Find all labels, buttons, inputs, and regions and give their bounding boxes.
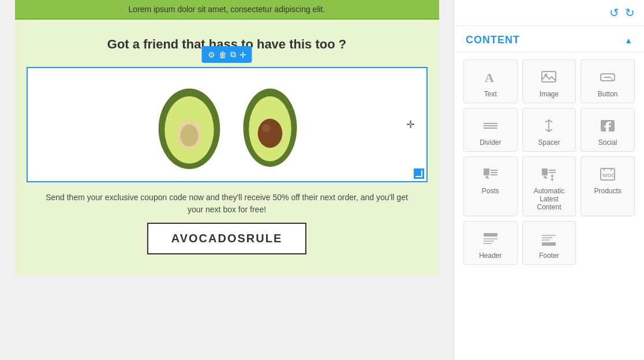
content-grid: A Text Image bbox=[454, 52, 644, 272]
social-label: Social bbox=[598, 138, 617, 147]
top-banner-text: Lorem ipsum dolor sit amet, consectetur … bbox=[129, 5, 325, 14]
content-title: CONTENT bbox=[466, 34, 520, 46]
sidebar-item-button[interactable]: Button bbox=[581, 59, 635, 103]
crosshair-icon[interactable]: ✛ bbox=[406, 118, 415, 131]
sidebar-item-products[interactable]: WOO Products bbox=[581, 156, 635, 216]
avocado-left-svg bbox=[152, 78, 227, 171]
sidebar-item-footer[interactable]: Footer bbox=[522, 221, 576, 265]
sidebar-item-divider[interactable]: Divider bbox=[463, 108, 518, 152]
avocado-image bbox=[152, 78, 302, 171]
spacer-icon bbox=[541, 117, 557, 135]
avocado-right-svg bbox=[238, 80, 302, 170]
header-label: Header bbox=[479, 252, 501, 260]
sidebar-item-spacer[interactable]: Spacer bbox=[522, 108, 576, 152]
sidebar-item-text[interactable]: A Text bbox=[463, 59, 518, 103]
svg-point-6 bbox=[258, 118, 283, 147]
sidebar-item-posts[interactable]: Posts bbox=[463, 156, 518, 216]
delete-icon[interactable]: 🗑 bbox=[219, 50, 227, 59]
text-icon: A bbox=[482, 68, 499, 87]
divider-icon bbox=[482, 117, 499, 135]
svg-rect-18 bbox=[484, 168, 489, 175]
email-body: Got a friend that hass to have this too … bbox=[15, 20, 439, 275]
header-icon bbox=[482, 230, 499, 248]
duplicate-icon[interactable]: ⧉ bbox=[230, 50, 236, 59]
svg-point-7 bbox=[261, 124, 271, 132]
resize-handle[interactable] bbox=[414, 168, 424, 179]
svg-text:WOO: WOO bbox=[602, 172, 616, 178]
image-label: Image bbox=[540, 90, 559, 98]
svg-text:A: A bbox=[485, 70, 494, 85]
coupon-btn-wrapper: AVOCADOSRULE bbox=[27, 223, 428, 254]
text-label: Text bbox=[484, 90, 497, 98]
footer-icon bbox=[541, 230, 557, 248]
content-header: CONTENT ▲ bbox=[454, 26, 644, 52]
posts-icon bbox=[482, 165, 499, 183]
collapse-button[interactable]: ▲ bbox=[624, 36, 632, 45]
spacer-label: Spacer bbox=[538, 138, 560, 147]
svg-point-3 bbox=[180, 125, 198, 147]
button-label: Button bbox=[598, 90, 618, 98]
social-icon bbox=[600, 117, 616, 135]
image-block[interactable]: ✛ bbox=[27, 67, 428, 182]
settings-icon[interactable]: ⚙ bbox=[208, 50, 215, 59]
automatic-latest-content-icon bbox=[541, 165, 557, 183]
sidebar-item-image[interactable]: Image bbox=[522, 59, 576, 103]
editor-panel: Lorem ipsum dolor sit amet, consectetur … bbox=[0, 0, 454, 360]
undo-redo-group: ↺ ↻ bbox=[609, 6, 635, 20]
sidebar: ↺ ↻ CONTENT ▲ A Text Image bbox=[454, 0, 644, 360]
products-label: Products bbox=[594, 187, 621, 195]
svg-rect-28 bbox=[484, 233, 497, 237]
image-icon bbox=[541, 68, 557, 87]
svg-rect-22 bbox=[542, 168, 548, 175]
sidebar-item-automatic-latest-content[interactable]: Automatic Latest Content bbox=[522, 156, 576, 216]
top-banner: Lorem ipsum dolor sit amet, consectetur … bbox=[15, 0, 439, 20]
sidebar-top-bar: ↺ ↻ bbox=[454, 0, 644, 26]
image-block-wrapper: ⚙ 🗑 ⧉ ✛ bbox=[27, 67, 428, 182]
block-toolbar: ⚙ 🗑 ⧉ ✛ bbox=[202, 46, 252, 63]
promo-text[interactable]: Send them your exclusive coupon code now… bbox=[38, 192, 416, 216]
divider-label: Divider bbox=[480, 138, 501, 147]
sidebar-item-social[interactable]: Social bbox=[581, 108, 635, 152]
email-canvas: Lorem ipsum dolor sit amet, consectetur … bbox=[0, 0, 454, 360]
button-icon bbox=[600, 68, 616, 87]
move-icon[interactable]: ✛ bbox=[239, 50, 246, 59]
products-icon: WOO bbox=[600, 165, 616, 183]
footer-label: Footer bbox=[539, 252, 559, 260]
sidebar-item-header[interactable]: Header bbox=[463, 221, 518, 265]
coupon-button[interactable]: AVOCADOSRULE bbox=[147, 223, 307, 254]
automatic-latest-content-label: Automatic Latest Content bbox=[527, 187, 571, 211]
redo-button[interactable]: ↻ bbox=[625, 6, 635, 20]
posts-label: Posts bbox=[482, 187, 499, 195]
undo-button[interactable]: ↺ bbox=[609, 6, 619, 20]
svg-rect-35 bbox=[542, 242, 556, 246]
